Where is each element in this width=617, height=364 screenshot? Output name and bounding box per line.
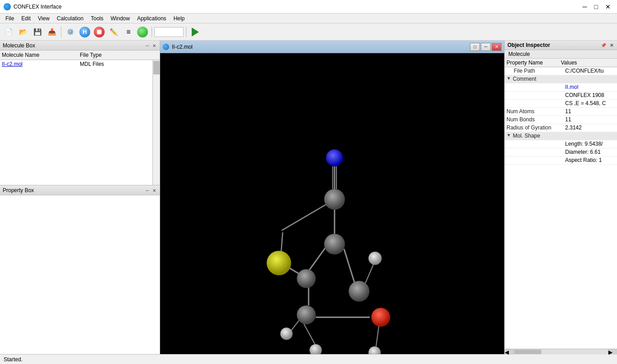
- left-panels: Molecule Box ─ ✕ Molecule Name File Type…: [0, 41, 160, 354]
- prop-val-gyration: 2.3142: [565, 124, 615, 131]
- new-button[interactable]: 📄: [2, 26, 15, 38]
- toolbar-sep-1: [61, 27, 61, 37]
- menu-view[interactable]: View: [34, 14, 53, 23]
- scroll-left-btn[interactable]: ◀: [505, 349, 514, 355]
- molshape-expand-icon[interactable]: ▼: [506, 133, 513, 138]
- inspector-horizontal-scrollbar[interactable]: ◀ ▶: [505, 349, 617, 354]
- molecule-box-close[interactable]: ✕: [152, 43, 157, 48]
- property-box-title: Property Box: [3, 187, 34, 194]
- pencil-button[interactable]: ✏️: [107, 26, 120, 38]
- prop-val-numbonds: 11: [565, 116, 615, 123]
- inspector-row-aspect: Aspect Ratio: 1: [505, 157, 617, 165]
- molecule-table: II-c2.mol MDL Files: [0, 60, 160, 185]
- inspector-subheader-label: Molecule: [508, 51, 530, 57]
- queue-button[interactable]: ≡: [121, 26, 135, 38]
- geometry-opt-button[interactable]: ⚙️: [64, 26, 77, 38]
- inspector-row-length: Length: 9.5438/: [505, 140, 617, 148]
- mol-viewer-close[interactable]: ✕: [492, 43, 502, 51]
- prop-name-comment: Comment: [513, 76, 571, 82]
- inspector-row-numatoms[interactable]: Num Atoms 11: [505, 108, 617, 116]
- prop-val-numatoms: 11: [565, 108, 615, 115]
- toolbar: 📄 📂 💾 📥 ⚙️ H ✏️ ≡: [0, 23, 617, 41]
- center-area: II-c2.mol □ ─ ✕: [160, 41, 504, 354]
- molecule-box-header: Molecule Box ─ ✕: [0, 41, 160, 51]
- mol-col-type-header: File Type: [80, 52, 158, 58]
- molecule-box-title: Molecule Box: [3, 42, 35, 49]
- run-button[interactable]: [189, 26, 202, 38]
- mol-col-name-header: Molecule Name: [2, 52, 80, 58]
- svg-point-23: [368, 252, 382, 265]
- mol-viewer-restore[interactable]: □: [470, 43, 480, 51]
- inspector-row-comment-3: CS ,E = 4.548, C: [505, 100, 617, 108]
- maximize-button[interactable]: □: [592, 3, 601, 10]
- svg-point-25: [309, 344, 322, 354]
- mol-name[interactable]: II-c2.mol: [2, 61, 80, 67]
- inspector-row-molshape[interactable]: ▼ Mol. Shape: [505, 132, 617, 140]
- mol-viewer-minimize[interactable]: ─: [481, 43, 491, 51]
- molecule-row[interactable]: II-c2.mol MDL Files: [0, 60, 160, 68]
- mol-viewer-icon: [163, 44, 169, 50]
- menu-calculation[interactable]: Calculation: [53, 14, 87, 23]
- close-button[interactable]: ✕: [603, 3, 613, 10]
- inspector-cols: Property Name Values: [505, 59, 617, 67]
- green-sphere-icon: [137, 27, 148, 37]
- mol-canvas[interactable]: [160, 53, 504, 354]
- property-box: Property Box ─ ✕: [0, 185, 160, 354]
- import-button[interactable]: 📥: [45, 26, 59, 38]
- app-sphere-button[interactable]: [136, 26, 149, 38]
- inspector-pin[interactable]: 📌: [600, 43, 607, 48]
- menu-bar: File Edit View Calculation Tools Window …: [0, 14, 617, 23]
- svg-line-14: [282, 202, 330, 230]
- prop-val-comment-3: CS ,E = 4.548, C: [565, 100, 615, 106]
- scrollbar-thumb[interactable]: [514, 350, 541, 354]
- menu-tools[interactable]: Tools: [87, 14, 107, 23]
- prop-name-numatoms: Num Atoms: [506, 108, 565, 115]
- menu-applications[interactable]: Applications: [134, 14, 170, 23]
- toolbar-input[interactable]: [154, 27, 184, 37]
- object-inspector: Object Inspector 📌 ✕ Molecule Property N…: [504, 41, 617, 354]
- inspector-row-comment[interactable]: ▼ Comment: [505, 75, 617, 83]
- svg-line-8: [344, 249, 356, 287]
- menu-edit[interactable]: Edit: [18, 14, 34, 23]
- stop-icon: [94, 27, 105, 37]
- svg-point-24: [281, 327, 293, 340]
- inspector-row-gyration[interactable]: Radius of Gyration 2.3142: [505, 124, 617, 132]
- mol-viewer-title: II-c2.mol: [172, 44, 193, 50]
- svg-point-26: [368, 346, 381, 354]
- molecule-box: Molecule Box ─ ✕ Molecule Name File Type…: [0, 41, 160, 185]
- scrollbar-track[interactable]: [514, 349, 608, 355]
- inspector-header: Object Inspector 📌 ✕: [505, 41, 617, 50]
- menu-file[interactable]: File: [2, 14, 18, 23]
- h-sphere-button[interactable]: H: [78, 26, 92, 38]
- inspector-title: Object Inspector: [507, 42, 550, 48]
- open-button[interactable]: 📂: [16, 26, 30, 38]
- save-button[interactable]: 💾: [31, 26, 44, 38]
- prop-val-comment-2: CONFLEX 1908: [565, 92, 615, 98]
- stop-button[interactable]: [92, 26, 106, 38]
- inspector-row-diameter: Diameter: 6.61: [505, 148, 617, 157]
- mol-table-scrollbar[interactable]: [152, 60, 160, 185]
- molecule-table-header: Molecule Name File Type: [0, 51, 160, 60]
- inspector-col-property: Property Name: [506, 60, 561, 66]
- toolbar-sep-3: [186, 27, 186, 37]
- inspector-close[interactable]: ✕: [609, 43, 614, 48]
- mol-scrollbar-thumb[interactable]: [153, 61, 160, 74]
- minimize-button[interactable]: ─: [580, 3, 590, 10]
- svg-point-15: [326, 149, 343, 166]
- app-icon: [4, 3, 11, 10]
- property-box-minimize[interactable]: ─: [145, 188, 150, 193]
- svg-point-17: [324, 234, 345, 254]
- comment-expand-icon[interactable]: ▼: [506, 76, 513, 81]
- inspector-row-numbonds[interactable]: Num Bonds 11: [505, 116, 617, 124]
- prop-val-length: Length: 9.5438/: [565, 141, 615, 147]
- svg-point-22: [371, 308, 390, 327]
- property-box-close[interactable]: ✕: [152, 188, 157, 193]
- menu-window[interactable]: Window: [107, 14, 134, 23]
- svg-point-16: [324, 189, 345, 210]
- menu-help[interactable]: Help: [170, 14, 189, 23]
- svg-point-21: [349, 281, 369, 302]
- inspector-row-filepath[interactable]: File Path C:/CONFLEX/tu: [505, 67, 617, 75]
- inspector-row-comment-2: CONFLEX 1908: [505, 92, 617, 100]
- molecule-box-minimize[interactable]: ─: [145, 43, 150, 48]
- scroll-right-btn[interactable]: ▶: [608, 349, 617, 355]
